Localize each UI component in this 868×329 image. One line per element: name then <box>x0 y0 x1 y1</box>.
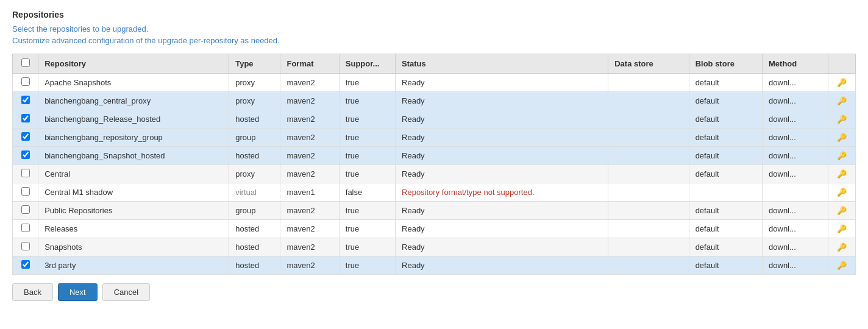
repo-type: proxy <box>229 165 280 183</box>
repo-name: bianchengbang_repository_group <box>38 129 229 147</box>
repo-supported: true <box>339 220 395 238</box>
row-checkbox-6[interactable] <box>21 169 30 177</box>
key-icon[interactable]: 🔑 <box>837 206 847 215</box>
repo-datastore <box>608 147 689 165</box>
repo-format: maven2 <box>280 129 339 147</box>
repo-supported: true <box>339 92 395 110</box>
table-row: bianchengbang_central_proxyproxymaven2tr… <box>13 92 856 110</box>
select-all-checkbox[interactable] <box>21 58 30 67</box>
next-button[interactable]: Next <box>58 283 98 301</box>
repo-blobstore: default <box>689 220 762 238</box>
repo-supported: true <box>339 256 395 275</box>
repo-type: group <box>229 129 280 147</box>
table-row: Snapshotshostedmaven2trueReadydefaultdow… <box>13 238 856 256</box>
repo-supported: false <box>339 183 395 202</box>
repo-blobstore: default <box>689 129 762 147</box>
repo-status: Ready <box>396 238 608 256</box>
repo-supported: true <box>339 147 395 165</box>
repo-format: maven2 <box>280 256 339 275</box>
repo-method: downl... <box>763 74 828 92</box>
repo-action[interactable]: 🔑 <box>828 238 856 256</box>
repo-status: Repository format/type not supported. <box>396 183 608 202</box>
col-header-supported: Suppor... <box>339 54 395 74</box>
repo-action[interactable]: 🔑 <box>828 147 856 165</box>
table-row: Centralproxymaven2trueReadydefaultdownl.… <box>13 165 856 183</box>
repo-datastore <box>608 202 689 220</box>
repo-type: virtual <box>229 183 280 202</box>
repo-blobstore: default <box>689 256 762 275</box>
repo-blobstore: default <box>689 110 762 129</box>
key-icon[interactable]: 🔑 <box>837 169 847 179</box>
repo-format: maven2 <box>280 220 339 238</box>
row-checkbox-4[interactable] <box>21 132 30 141</box>
cancel-button[interactable]: Cancel <box>102 283 150 301</box>
row-checkbox-1[interactable] <box>21 77 30 86</box>
repo-action[interactable]: 🔑 <box>828 165 856 183</box>
key-icon[interactable]: 🔑 <box>837 224 847 233</box>
key-icon[interactable]: 🔑 <box>837 261 847 270</box>
repo-action[interactable]: 🔑 <box>828 74 856 92</box>
key-icon[interactable]: 🔑 <box>837 78 847 87</box>
key-icon[interactable]: 🔑 <box>837 151 847 160</box>
repo-type: proxy <box>229 74 280 92</box>
repo-format: maven2 <box>280 165 339 183</box>
key-icon[interactable]: 🔑 <box>837 133 847 142</box>
repo-format: maven2 <box>280 74 339 92</box>
key-icon[interactable]: 🔑 <box>837 96 847 105</box>
repo-name: Apache Snapshots <box>38 74 229 92</box>
col-header-status: Status <box>396 54 608 74</box>
row-checkbox-5[interactable] <box>21 150 30 159</box>
repo-type: group <box>229 202 280 220</box>
repo-supported: true <box>339 202 395 220</box>
back-button[interactable]: Back <box>12 283 53 301</box>
repo-format: maven2 <box>280 92 339 110</box>
col-header-format: Format <box>280 54 339 74</box>
repo-method: downl... <box>763 202 828 220</box>
repo-format: maven2 <box>280 110 339 129</box>
repo-method: downl... <box>763 238 828 256</box>
repo-supported: true <box>339 165 395 183</box>
row-checkbox-10[interactable] <box>21 242 30 250</box>
repo-action[interactable]: 🔑 <box>828 129 856 147</box>
row-checkbox-7[interactable] <box>21 187 30 196</box>
repo-action[interactable]: 🔑 <box>828 110 856 129</box>
repo-status: Ready <box>396 147 608 165</box>
row-checkbox-3[interactable] <box>21 114 30 122</box>
repo-datastore <box>608 256 689 275</box>
key-icon[interactable]: 🔑 <box>837 115 847 124</box>
repo-action[interactable]: 🔑 <box>828 202 856 220</box>
repo-type: hosted <box>229 110 280 129</box>
row-checkbox-8[interactable] <box>21 205 30 214</box>
repositories-table: RepositoryTypeFormatSuppor...StatusData … <box>12 54 856 275</box>
repo-status: Ready <box>396 202 608 220</box>
repo-status: Ready <box>396 74 608 92</box>
repo-status: Ready <box>396 110 608 129</box>
repo-datastore <box>608 74 689 92</box>
key-icon[interactable]: 🔑 <box>837 242 847 252</box>
col-header-datastore[interactable]: Data store <box>608 54 689 74</box>
repo-method: downl... <box>763 165 828 183</box>
repo-supported: true <box>339 110 395 129</box>
repo-type: hosted <box>229 238 280 256</box>
table-row: bianchengbang_Release_hostedhostedmaven2… <box>13 110 856 129</box>
col-header-checkbox <box>13 54 38 74</box>
repo-format: maven2 <box>280 202 339 220</box>
table-row: Public Repositoriesgroupmaven2trueReadyd… <box>13 202 856 220</box>
repo-type: hosted <box>229 147 280 165</box>
repo-action[interactable]: 🔑 <box>828 256 856 275</box>
repo-supported: true <box>339 74 395 92</box>
repo-status: Ready <box>396 129 608 147</box>
row-checkbox-11[interactable] <box>21 260 30 269</box>
repo-supported: true <box>339 129 395 147</box>
repo-action[interactable]: 🔑 <box>828 183 856 202</box>
repo-action[interactable]: 🔑 <box>828 220 856 238</box>
row-checkbox-9[interactable] <box>21 224 30 232</box>
table-row: 3rd partyhostedmaven2trueReadydefaultdow… <box>13 256 856 275</box>
table-row: bianchengbang_repository_groupgroupmaven… <box>13 129 856 147</box>
table-row: Central M1 shadowvirtualmaven1falseRepos… <box>13 183 856 202</box>
repo-name: Snapshots <box>38 238 229 256</box>
repo-format: maven2 <box>280 238 339 256</box>
repo-name: Releases <box>38 220 229 238</box>
row-checkbox-2[interactable] <box>21 96 30 104</box>
repo-action[interactable]: 🔑 <box>828 92 856 110</box>
